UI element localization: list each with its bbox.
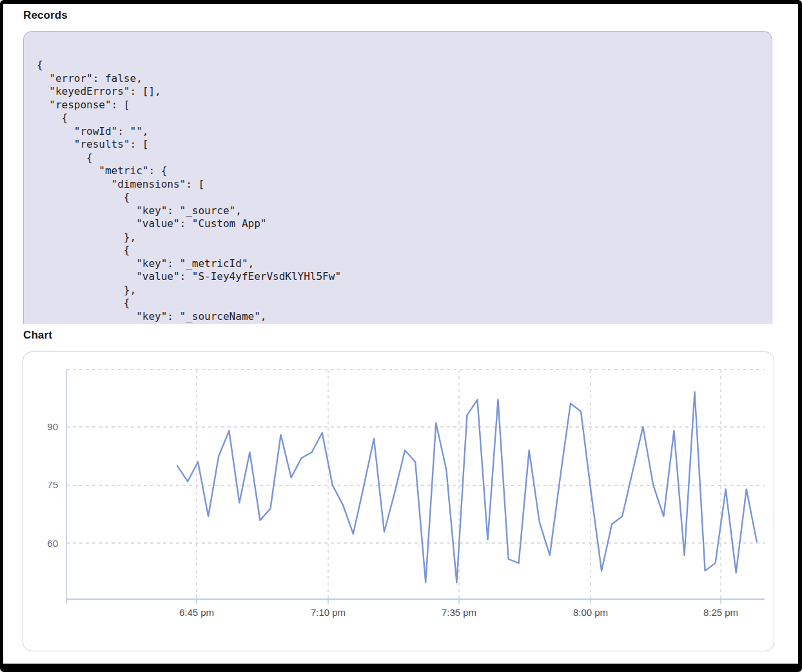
page-content: Records { "error": false, "keyedErrors":… bbox=[3, 4, 798, 664]
json-code-block: { "error": false, "keyedErrors": [], "re… bbox=[37, 59, 759, 323]
records-section-title: Records bbox=[23, 9, 68, 22]
chart-canvas[interactable]: 9075606:45 pm7:10 pm7:35 pm8:00 pm8:25 p… bbox=[23, 352, 774, 651]
chart-series-line[interactable] bbox=[177, 392, 757, 583]
x-axis-tick-label: 7:35 pm bbox=[442, 607, 476, 618]
y-axis-tick-label: 90 bbox=[47, 421, 58, 432]
x-axis-tick-label: 8:25 pm bbox=[703, 607, 738, 618]
x-axis-tick-label: 8:00 pm bbox=[573, 607, 608, 618]
x-axis-tick-label: 7:10 pm bbox=[311, 607, 346, 618]
y-axis-tick-label: 60 bbox=[47, 538, 58, 549]
screenshot-frame: Records { "error": false, "keyedErrors":… bbox=[0, 0, 802, 672]
records-code-panel[interactable]: { "error": false, "keyedErrors": [], "re… bbox=[23, 31, 772, 324]
chart-section-title: Chart bbox=[23, 329, 52, 342]
y-axis-tick-label: 75 bbox=[47, 479, 58, 490]
chart-panel: 9075606:45 pm7:10 pm7:35 pm8:00 pm8:25 p… bbox=[23, 351, 774, 651]
x-axis-tick-label: 6:45 pm bbox=[179, 607, 214, 618]
